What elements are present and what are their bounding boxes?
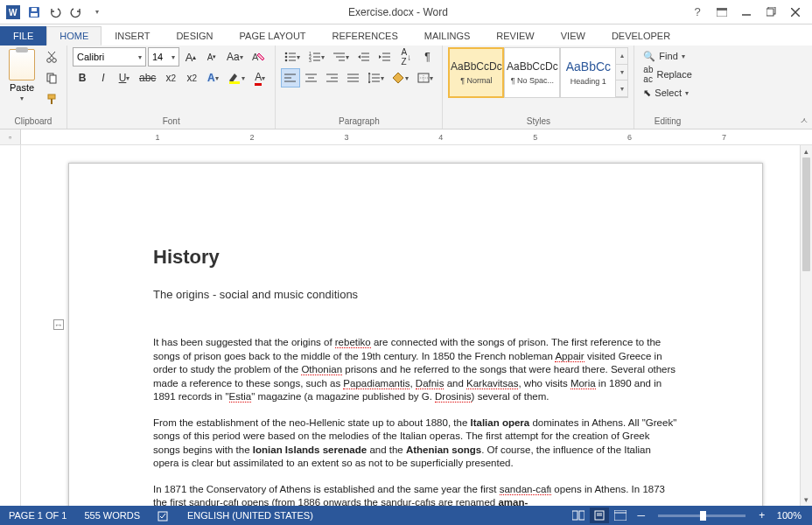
tab-mailings[interactable]: MAILINGS xyxy=(411,26,484,46)
shading-button[interactable]: ▾ xyxy=(389,68,412,88)
tab-design[interactable]: DESIGN xyxy=(163,26,226,46)
style-gallery: AaBbCcDc¶ Normal AaBbCcDc¶ No Spac... Aa… xyxy=(448,47,628,98)
ribbon-display-icon[interactable] xyxy=(710,3,733,22)
word-app-icon[interactable]: W xyxy=(4,3,23,22)
line-spacing-button[interactable]: ▾ xyxy=(365,68,388,88)
group-label: Styles xyxy=(448,116,628,129)
decrease-indent-button[interactable] xyxy=(354,47,374,66)
grow-font-button[interactable]: A▴ xyxy=(181,47,200,66)
tab-references[interactable]: REFERENCES xyxy=(319,26,411,46)
svg-rect-6 xyxy=(717,8,727,10)
window-title: Exercise.docx - Word xyxy=(110,6,686,18)
find-icon: 🔍 xyxy=(643,51,655,62)
tab-page-layout[interactable]: PAGE LAYOUT xyxy=(227,26,319,46)
svg-line-15 xyxy=(48,52,54,59)
font-size-combo[interactable]: 14▾ xyxy=(148,47,179,66)
change-case-button[interactable]: Aa▾ xyxy=(223,47,247,66)
text-effects-button[interactable]: A▾ xyxy=(203,68,222,88)
chevron-down-icon: ▾ xyxy=(172,53,175,61)
tab-view[interactable]: VIEW xyxy=(548,26,598,46)
svg-point-22 xyxy=(285,52,288,55)
chevron-down-icon: ▾ xyxy=(20,94,24,102)
group-styles: AaBbCcDc¶ Normal AaBbCcDc¶ No Spac... Aa… xyxy=(443,46,634,129)
svg-rect-9 xyxy=(766,9,774,16)
bold-button[interactable]: B xyxy=(73,68,92,88)
superscript-button[interactable]: x2 xyxy=(182,68,201,88)
restore-icon[interactable] xyxy=(760,3,782,22)
ruler-corner[interactable]: ▫ xyxy=(0,130,21,144)
svg-text:W: W xyxy=(9,8,18,18)
horizontal-ruler[interactable]: 1 2 3 4 5 6 7 xyxy=(21,130,812,144)
svg-rect-4 xyxy=(32,8,37,11)
clear-formatting-button[interactable]: A xyxy=(248,47,270,66)
underline-button[interactable]: U▾ xyxy=(115,68,134,88)
title-bar: W ▾ Exercise.docx - Word ? xyxy=(0,0,812,24)
svg-rect-19 xyxy=(51,99,52,104)
undo-icon[interactable] xyxy=(46,3,65,22)
style-heading-1[interactable]: AaBbCcHeading 1 xyxy=(560,47,616,98)
align-left-button[interactable] xyxy=(281,68,300,88)
increase-indent-button[interactable] xyxy=(375,47,395,66)
group-label: Clipboard xyxy=(5,116,61,129)
svg-text:A: A xyxy=(252,52,259,62)
italic-button[interactable]: I xyxy=(94,68,113,88)
group-font: Calibri▾ 14▾ A▴ A▾ Aa▾ A B I U▾ abc x2 x… xyxy=(67,46,276,129)
group-label: Editing xyxy=(640,116,695,129)
subscript-button[interactable]: x2 xyxy=(161,68,180,88)
numbering-button[interactable]: 123▾ xyxy=(305,47,328,66)
close-icon[interactable] xyxy=(784,3,807,22)
tab-insert[interactable]: INSERT xyxy=(102,26,163,46)
replace-button[interactable]: abacReplace xyxy=(640,66,695,83)
group-editing: 🔍Find▾ abacReplace ⬉Select▾ Editing xyxy=(634,46,700,129)
font-color-button[interactable]: A▾ xyxy=(250,68,270,88)
ribbon: Paste ▾ Clipboard Calibri▾ 14▾ A▴ A▾ Aa▾… xyxy=(0,46,812,130)
tab-home[interactable]: HOME xyxy=(46,26,102,46)
strikethrough-button[interactable]: abc xyxy=(136,68,159,88)
select-icon: ⬉ xyxy=(643,88,651,99)
svg-text:3: 3 xyxy=(309,58,312,62)
sort-button[interactable]: AZ↓ xyxy=(396,47,416,66)
qat-customize-icon[interactable]: ▾ xyxy=(88,3,107,22)
cut-button[interactable] xyxy=(42,47,61,66)
highlight-button[interactable]: ▾ xyxy=(224,68,248,88)
gallery-down-icon[interactable]: ▾ xyxy=(616,65,627,81)
svg-point-24 xyxy=(285,56,288,59)
tab-review[interactable]: REVIEW xyxy=(483,26,547,46)
svg-point-13 xyxy=(52,59,57,63)
ribbon-tabs: FILE HOME INSERT DESIGN PAGE LAYOUT REFE… xyxy=(0,24,812,46)
save-icon[interactable] xyxy=(24,3,44,22)
show-marks-button[interactable]: ¶ xyxy=(417,47,437,66)
clipboard-icon xyxy=(9,49,35,80)
group-paragraph: ▾ 123▾ ▾ AZ↓ ¶ ▾ ▾ ▾ Paragraph xyxy=(276,46,443,129)
tab-developer[interactable]: DEVELOPER xyxy=(598,26,683,46)
format-painter-button[interactable] xyxy=(42,89,61,108)
multilevel-list-button[interactable]: ▾ xyxy=(330,47,353,66)
justify-button[interactable] xyxy=(344,68,363,88)
collapse-ribbon-icon[interactable]: ㅅ xyxy=(800,115,808,127)
font-name-combo[interactable]: Calibri▾ xyxy=(73,47,146,66)
svg-point-12 xyxy=(47,59,52,63)
borders-button[interactable]: ▾ xyxy=(414,68,437,88)
redo-icon[interactable] xyxy=(66,3,86,22)
find-button[interactable]: 🔍Find▾ xyxy=(640,47,695,65)
style-normal[interactable]: AaBbCcDc¶ Normal xyxy=(448,47,504,98)
align-right-button[interactable] xyxy=(323,68,342,88)
bullets-button[interactable]: ▾ xyxy=(281,47,304,66)
paste-button[interactable]: Paste ▾ xyxy=(5,47,38,104)
svg-point-26 xyxy=(285,60,288,62)
select-button[interactable]: ⬉Select▾ xyxy=(640,84,695,102)
copy-button[interactable] xyxy=(42,68,61,88)
style-gallery-scroll: ▴ ▾ ▾ xyxy=(616,47,628,98)
replace-icon: abac xyxy=(643,65,653,84)
help-icon[interactable]: ? xyxy=(686,3,709,22)
tab-file[interactable]: FILE xyxy=(0,26,46,46)
svg-rect-3 xyxy=(31,13,38,17)
minimize-icon[interactable] xyxy=(735,3,758,22)
style-no-spacing[interactable]: AaBbCcDc¶ No Spac... xyxy=(504,47,560,98)
gallery-more-icon[interactable]: ▾ xyxy=(616,80,627,97)
shrink-font-button[interactable]: A▾ xyxy=(202,47,221,66)
window-controls: ? xyxy=(686,3,812,22)
gallery-up-icon[interactable]: ▴ xyxy=(616,48,627,65)
align-center-button[interactable] xyxy=(302,68,321,88)
font-name-value: Calibri xyxy=(77,52,104,62)
